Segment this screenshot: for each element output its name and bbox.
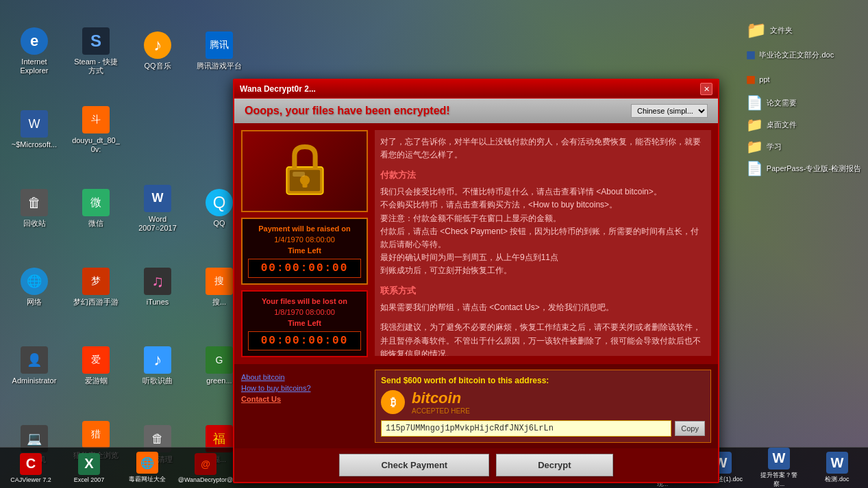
timer2-label: Your files will be lost on [248, 297, 361, 305]
bitcoin-send-text: Send $600 worth of bitcoin to this addre… [381, 376, 705, 385]
timer1-time-left-label: Time Left [248, 246, 361, 255]
right-panel-text: 对了，忘了告诉你，对半年以上没钱付款的穷人，会有活动免费恢复，能否轮到你，就要看… [380, 136, 706, 356]
svg-rect-3 [302, 180, 307, 188]
dialog-body: Payment will be raised on 1/4/1970 08:00… [234, 123, 718, 364]
desktop-icons-area: e Internet Explorer S Steam - 快捷方式 ♪ QQ音… [7, 14, 250, 483]
taskbar-icon-duba[interactable]: 🌐 毒霸网址大全 [123, 452, 171, 484]
desktop-icon-aiyou[interactable]: 爱 爱游蝈 [69, 329, 123, 404]
warning-text: 我强烈建议，为了避免不必要的麻烦，恢复工作结束之后，请不要关闭或者删除该软件，并… [380, 321, 706, 356]
desktop: " win"ow, you deleted tware. ".exe" in e… [0, 0, 868, 488]
payment-body: 我们只会接受比特币。不懂比特币是什么，请点击查看详情 <About bitcoi… [380, 185, 706, 277]
contact-us-link[interactable]: Contact Us [241, 395, 364, 403]
desktop-icon-mhxy[interactable]: 梦 梦幻西游手游 [69, 250, 123, 325]
timer1-date: 1/4/1970 08:00:00 [248, 235, 361, 244]
desktop-icon-qq-music[interactable]: ♪ QQ音乐 [130, 14, 185, 89]
right-side-icons: 📁 文件夹 ■ 毕业论文正文部分.doc ■ ppt 📄 论文需要 📁 桌面文件… [746, 21, 861, 177]
timer-1-box: Payment will be raised on 1/4/1970 08:00… [241, 218, 368, 285]
right-icon-paperpass[interactable]: 📄 PaperPass-专业版-检测报告 [746, 160, 861, 177]
timer1-label: Payment will be raised on [248, 224, 361, 233]
timer2-display: 00:00:00:00 [248, 331, 361, 350]
right-icon-study[interactable]: 📁 学习 [746, 138, 861, 155]
right-icon-folder[interactable]: 📁 文件夹 [746, 21, 861, 40]
dialog-title: Wana Decrypt0r 2... [240, 84, 316, 94]
bitcoin-section: Send $600 worth of bitcoin to this addre… [375, 370, 711, 443]
bitcoin-accepted-sub: ACCEPTED HERE [412, 407, 470, 415]
bitcoin-logo-icon: ₿ [381, 390, 405, 414]
taskbar-icon-cajviewer[interactable]: C CAJViewer 7.2 [7, 453, 55, 483]
desktop-icon-tencent[interactable]: 腾讯 腾讯游戏平台 [192, 14, 247, 89]
right-icon-ppt[interactable]: ■ ppt [746, 70, 861, 89]
dialog-bottom: About bitcoin How to buy bitcoins? Conta… [234, 364, 718, 448]
desktop-icon-steam[interactable]: S Steam - 快捷方式 [69, 14, 123, 89]
bitcoin-logo-row: ₿ bitcoin ACCEPTED HERE [381, 389, 705, 415]
copy-address-button[interactable]: Copy [675, 421, 705, 436]
desktop-icon-itunes[interactable]: ♫ iTunes [130, 250, 185, 325]
desktop-icon-recycle[interactable]: 🗑 回收站 [7, 171, 62, 246]
bitcoin-address-row: Copy [381, 420, 705, 437]
desktop-icon-wechat[interactable]: 微 微信 [69, 171, 123, 246]
timer2-date: 1/8/1970 08:00:00 [248, 308, 361, 316]
right-icon-thesis[interactable]: ■ 毕业论文正文部分.doc [746, 45, 861, 64]
timer1-display: 00:00:00:00 [248, 259, 361, 278]
taskbar-icon-tisheng[interactable]: W 提升答案？警察... [755, 448, 803, 489]
wannacry-dialog: Wana Decrypt0r 2... ✕ Ooops, your files … [233, 79, 719, 483]
bottom-links: About bitcoin How to buy bitcoins? Conta… [241, 370, 364, 403]
bitcoin-name: bitcoin [412, 389, 470, 407]
check-payment-button[interactable]: Check Payment [339, 454, 489, 476]
desktop-icon-msoffice[interactable]: W ~$Microsoft... [7, 92, 62, 168]
payment-title: 付款方法 [380, 168, 706, 183]
timer2-time-left-label: Time Left [248, 319, 361, 327]
taskbar-icon-wanadecryptor[interactable]: @ @WanaDecryptor@ [182, 453, 230, 483]
dialog-header: Ooops, your files have been encrypted! C… [234, 99, 718, 123]
timer-2-box: Your files will be lost on 1/8/1970 08:0… [241, 290, 368, 357]
dialog-titlebar: Wana Decrypt0r 2... ✕ [234, 80, 718, 99]
desktop-icon-music-id[interactable]: ♪ 听歌识曲 [130, 329, 185, 404]
dialog-header-text: Ooops, your files have been encrypted! [245, 105, 450, 117]
desktop-icon-ie[interactable]: e Internet Explorer [7, 14, 62, 89]
svg-rect-4 [293, 172, 305, 177]
dialog-footer: Check Payment Decrypt [234, 448, 718, 482]
left-panel: Payment will be raised on 1/4/1970 08:00… [241, 130, 368, 357]
about-bitcoin-link[interactable]: About bitcoin [241, 373, 364, 381]
contact-title: 联系方式 [380, 284, 706, 298]
lock-icon [281, 144, 329, 198]
decrypt-button[interactable]: Decrypt [496, 454, 612, 476]
dialog-close-button[interactable]: ✕ [700, 83, 712, 95]
taskbar-icon-jiance[interactable]: W 检测.doc [813, 452, 861, 484]
right-icon-desktop-files[interactable]: 📁 桌面文件 [746, 116, 861, 133]
desktop-icon-douyu[interactable]: 斗 douyu_dt_80_0v: [69, 92, 123, 168]
lock-icon-container [241, 130, 368, 212]
how-to-buy-link[interactable]: How to buy bitcoins? [241, 384, 364, 392]
bitcoin-accepted-text: bitcoin ACCEPTED HERE [412, 389, 470, 415]
desktop-icon-admin[interactable]: 👤 Administrator [7, 329, 62, 404]
taskbar-icon-excel[interactable]: X Excel 2007 [65, 453, 113, 483]
language-select[interactable]: Chinese (simpl... English [631, 104, 708, 118]
intro-text: 对了，忘了告诉你，对半年以上没钱付款的穷人，会有活动免费恢复，能否轮到你，就要看… [380, 136, 706, 162]
contact-body: 如果需要我们的帮组，请点击 <Contact Us>，发给我们消息吧。 [380, 301, 706, 314]
desktop-icon-network[interactable]: 🌐 网络 [7, 250, 62, 325]
bitcoin-address-input[interactable] [381, 420, 671, 437]
right-icon-thesis-req[interactable]: 📄 论文需要 [746, 94, 861, 111]
desktop-icon-word2007[interactable]: W Word 2007○2017 [130, 171, 185, 246]
right-text-panel: 对了，忘了告诉你，对半年以上没钱付款的穷人，会有活动免费恢复，能否轮到你，就要看… [375, 130, 711, 356]
